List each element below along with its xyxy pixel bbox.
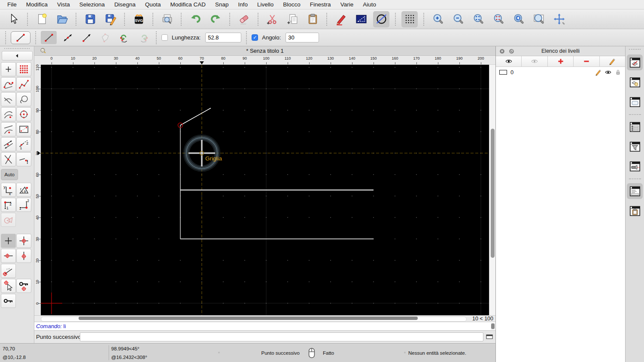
length-checkbox[interactable] (161, 34, 168, 41)
menu-varie[interactable]: Varie (336, 0, 358, 9)
line-exclaim-button[interactable]: ! (16, 152, 31, 166)
open-file-button[interactable] (54, 11, 70, 27)
dock-command-button[interactable] (627, 183, 643, 199)
current-tool-button[interactable] (11, 31, 30, 44)
menu-blocco[interactable]: Blocco (278, 0, 305, 9)
points-grid-button[interactable] (16, 62, 31, 76)
grid-dots-button[interactable] (401, 11, 418, 27)
plus-bold-button[interactable] (548, 56, 574, 66)
svg-export-button[interactable]: SVG (131, 11, 147, 27)
redo-button[interactable] (207, 11, 224, 27)
snap-free-button[interactable] (1, 234, 16, 248)
angle-input[interactable] (286, 33, 319, 42)
zoom-redraw-button[interactable] (490, 11, 507, 27)
zoom-out-button[interactable] (450, 11, 466, 27)
eye-open-button[interactable] (496, 56, 522, 66)
snap-select-button[interactable] (1, 279, 16, 293)
dock-filter-button[interactable] (627, 139, 643, 154)
arc-line-button[interactable] (1, 122, 16, 136)
dock-highlight-button[interactable] (627, 158, 643, 174)
point-plus-button[interactable] (1, 62, 16, 76)
menu-info[interactable]: Info (234, 0, 253, 9)
menu-aiuto[interactable]: Aiuto (358, 0, 381, 9)
menu-seleziona[interactable]: Seleziona (75, 0, 109, 9)
dock-clipboard-button[interactable] (627, 203, 643, 219)
dock-library-button[interactable] (627, 94, 643, 110)
zoom-window-button[interactable] (531, 11, 547, 27)
line-12-button[interactable]: 12 (16, 137, 31, 151)
back-button[interactable] (2, 51, 33, 60)
minus-bold-button[interactable] (574, 56, 599, 66)
menu-snap[interactable]: Snap (210, 0, 234, 9)
pencil-small-button[interactable] (600, 56, 625, 66)
rect-dashed-button[interactable] (16, 122, 31, 136)
angle-checkbox[interactable]: ✓ (252, 34, 258, 41)
horizontal-scrollbar[interactable]: 10 < 100 (34, 315, 495, 322)
vertical-scrollbar-thumb[interactable] (491, 129, 495, 258)
circle-triangle-button[interactable] (1, 213, 16, 227)
zoom-previous-button[interactable] (510, 11, 527, 27)
cut-button[interactable] (264, 11, 280, 27)
lock-key-button[interactable] (1, 294, 16, 308)
coord-yx-button[interactable]: yx (1, 183, 16, 197)
draft-circle-button[interactable] (373, 11, 389, 27)
redo-seg-button[interactable] (135, 31, 151, 44)
circle-curl-button[interactable] (16, 92, 31, 106)
dock-blocks-button[interactable] (627, 74, 643, 90)
circle-center-button[interactable] (16, 107, 31, 121)
vertical-scrollbar[interactable] (489, 65, 495, 315)
eye-gray-button[interactable] (522, 56, 547, 66)
print-preview-button[interactable] (159, 11, 175, 27)
layer-row[interactable]: 0 (496, 67, 625, 77)
snap-endpoint-button[interactable] (16, 249, 31, 263)
polar-ra-button[interactable]: ra (16, 183, 31, 197)
line-seg-button[interactable] (41, 31, 57, 44)
keyboard-toggle-button[interactable] (485, 333, 494, 341)
layer-lock-icon[interactable] (614, 69, 622, 76)
edit-layer-icon[interactable] (595, 69, 602, 76)
menu-vista[interactable]: Vista (52, 0, 75, 9)
snap-auto-button[interactable]: Auto (1, 169, 18, 180)
arc-double-button[interactable] (1, 107, 16, 121)
line-angle-button[interactable] (60, 31, 76, 44)
corner-a-button[interactable]: 12 (1, 198, 16, 212)
menu-modifica-cad[interactable]: Modifica CAD (165, 0, 210, 9)
zoom-auto-button[interactable] (470, 11, 486, 27)
layer-visibility-icon[interactable] (605, 69, 612, 76)
command-input[interactable] (80, 332, 483, 341)
menu-quota[interactable]: Quota (140, 0, 166, 9)
menu-disegna[interactable]: Disegna (109, 0, 140, 9)
line-arrow-button[interactable] (79, 31, 94, 44)
zoom-pan-button[interactable] (551, 11, 567, 27)
dock-layers-button[interactable] (627, 54, 643, 70)
lock-relative-button[interactable] (16, 279, 31, 293)
snap-grid-button[interactable] (16, 234, 31, 248)
drawing-canvas[interactable]: Griglia (41, 65, 489, 315)
polyline-points-button[interactable] (16, 77, 31, 91)
pen-button[interactable] (333, 11, 349, 27)
menu-file[interactable]: File (3, 0, 21, 9)
strip-drag-handle[interactable] (629, 49, 641, 51)
palette-drag-handle[interactable] (4, 48, 30, 50)
undo-button[interactable] (187, 11, 204, 27)
menu-livello[interactable]: Livello (252, 0, 278, 9)
menu-finestra[interactable]: Finestra (305, 0, 336, 9)
save-as-button[interactable] (102, 11, 118, 27)
eraser-button[interactable] (236, 11, 252, 27)
dock-list-button[interactable] (627, 119, 643, 135)
tangent-lines-button[interactable] (1, 92, 16, 106)
copy-button[interactable] (284, 11, 301, 27)
two-parallel-button[interactable] (1, 137, 16, 151)
length-input[interactable] (205, 33, 241, 42)
corner-b-button[interactable]: 12 (16, 198, 31, 212)
polygon-sketch-button[interactable] (97, 31, 113, 44)
undo-seg-button[interactable] (116, 31, 132, 44)
pointer-button[interactable] (5, 11, 21, 27)
menu-modifica[interactable]: Modifica (21, 0, 52, 9)
zoom-in-button[interactable] (430, 11, 446, 27)
save-button[interactable] (82, 11, 98, 27)
spline-points-button[interactable] (1, 77, 16, 91)
snap-angle-button[interactable] (1, 264, 16, 278)
lines-cross-button[interactable] (1, 152, 16, 166)
new-file-button[interactable] (33, 11, 50, 27)
